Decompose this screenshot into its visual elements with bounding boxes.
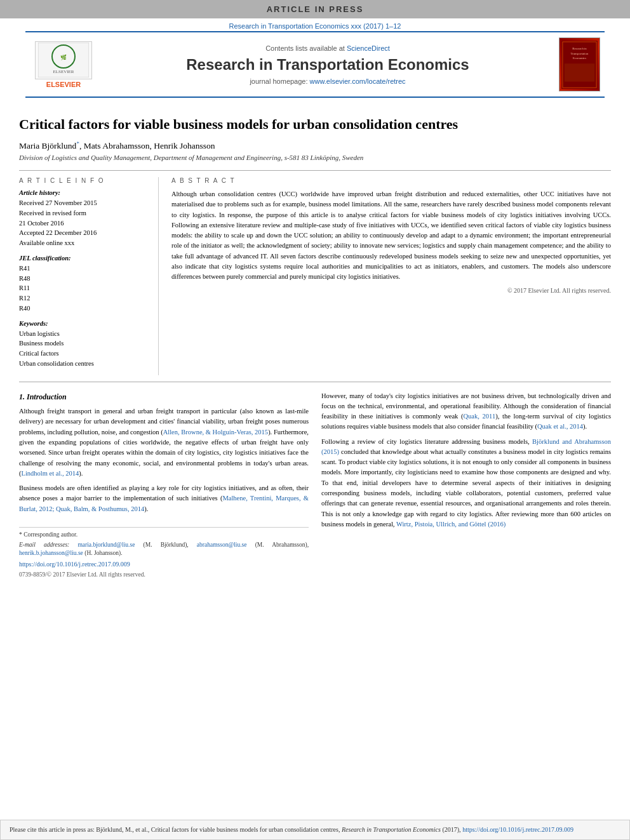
ref-malhene-link[interactable]: Malhene, Trentini, Marques, & Burlat, 20… <box>19 495 309 512</box>
revised-text: Received in revised form <box>19 208 149 218</box>
keywords-section: Keywords: Urban logistics Business model… <box>19 320 149 369</box>
accepted-text: Accepted 22 December 2016 <box>19 228 149 238</box>
jel-r40: R40 <box>19 303 149 314</box>
ref-allen-link[interactable]: Allen, Browne, & Holguín-Veras, 2015 <box>163 429 268 436</box>
body-left-column: 1. Introduction Although freight transpo… <box>19 391 309 581</box>
abstract-text: Although urban consolidation centres (UC… <box>171 189 611 282</box>
jel-r48: R48 <box>19 274 149 284</box>
received-text: Received 27 November 2015 <box>19 198 149 208</box>
journal-title-block: Contents lists available at ScienceDirec… <box>102 44 554 85</box>
body-col2-p2: Following a review of city logistics lit… <box>321 437 611 530</box>
article-info-label: A R T I C L E I N F O <box>19 177 149 184</box>
copyright-line: © 2017 Elsevier Ltd. All rights reserved… <box>171 287 611 294</box>
keyword-3: Critical factors <box>19 349 149 359</box>
contents-label: Contents lists available at <box>265 44 345 52</box>
email3-link[interactable]: henrik.b.johansson@liu.se <box>19 550 83 556</box>
main-content: Critical factors for viable business mod… <box>0 98 630 813</box>
available-text: Available online xxx <box>19 238 149 248</box>
issn-line: 0739-8859/© 2017 Elsevier Ltd. All right… <box>19 571 309 579</box>
email1-name: (M. Björklund), <box>144 542 197 548</box>
cite-journal: Research in Transportation Economics <box>342 826 441 833</box>
cite-text: Please cite this article in press as: Bj… <box>10 826 573 833</box>
journal-header: 🌿 ELSEVIER ELSEVIER Contents lists avail… <box>25 31 605 98</box>
email-label: E-mail addresses: <box>19 542 69 548</box>
doi-line: https://doi.org/10.1016/j.retrec.2017.09… <box>19 560 309 569</box>
email-line: E-mail addresses: maria.bjorklund@liu.se… <box>19 541 309 558</box>
jel-r41: R41 <box>19 263 149 274</box>
cite-doi-link[interactable]: https://doi.org/10.1016/j.retrec.2017.09… <box>462 826 573 833</box>
svg-text:Economics: Economics <box>572 57 586 60</box>
authors-text: Maria Björklund*, Mats Abrahamsson, Henr… <box>19 141 215 150</box>
homepage-link[interactable]: www.elsevier.com/locate/retrec <box>310 77 406 85</box>
elsevier-label: ELSEVIER <box>46 81 81 88</box>
email1-link[interactable]: maria.bjorklund@liu.se <box>77 542 135 548</box>
revised-date-text: 21 October 2016 <box>19 218 149 229</box>
elsevier-logo-block: 🌿 ELSEVIER ELSEVIER <box>25 41 102 88</box>
keywords-label: Keywords: <box>19 320 149 327</box>
jel-classification: JEL classification: R41 R48 R11 R12 R40 <box>19 255 149 314</box>
ref-quak2011-link[interactable]: Quak, 2011 <box>464 413 496 420</box>
svg-text:Transportation: Transportation <box>570 51 588 55</box>
section1-heading: 1. Introduction <box>19 391 309 403</box>
ref-quak2014-link[interactable]: Quak et al., 2014 <box>537 423 583 430</box>
journal-title-main: Research in Transportation Economics <box>108 56 547 74</box>
authors: Maria Björklund*, Mats Abrahamsson, Henr… <box>19 140 611 152</box>
citation-box: Please cite this article in press as: Bj… <box>0 820 630 841</box>
article-history: Article history: Received 27 November 20… <box>19 189 149 248</box>
elsevier-logo-image: 🌿 ELSEVIER <box>35 41 92 79</box>
affiliation: Division of Logistics and Quality Manage… <box>19 154 611 161</box>
svg-rect-9 <box>564 63 594 82</box>
keyword-2: Business models <box>19 338 149 349</box>
jel-r11: R11 <box>19 283 149 293</box>
doi-link[interactable]: https://doi.org/10.1016/j.retrec.2017.09… <box>19 561 130 568</box>
email2-link[interactable]: abrahamsson@liu.se <box>197 542 247 548</box>
abstract-label: A B S T R A C T <box>171 177 611 184</box>
journal-reference-text: Research in Transportation Economics xxx… <box>229 22 401 30</box>
article-info: A R T I C L E I N F O Article history: R… <box>19 177 159 375</box>
ref-lindholm-link[interactable]: Lindholm et al., 2014 <box>22 470 79 477</box>
svg-text:ELSEVIER: ELSEVIER <box>53 69 74 74</box>
body-col2-p1: However, many of today's city logistics … <box>321 391 611 432</box>
aip-banner-text: ARTICLE IN PRESS <box>267 4 364 14</box>
ref-wirtz-link[interactable]: Wirtz, Pistoia, Ullrich, and Göttel (201… <box>396 521 506 528</box>
info-abstract-section: A R T I C L E I N F O Article history: R… <box>19 170 611 382</box>
body-columns: 1. Introduction Although freight transpo… <box>19 391 611 581</box>
article-title: Critical factors for viable business mod… <box>19 116 611 134</box>
journal-cover-image: Research in Transportation Economics <box>559 37 600 91</box>
jel-r12: R12 <box>19 293 149 303</box>
sciencedirect-link[interactable]: ScienceDirect <box>347 44 390 52</box>
keyword-1: Urban logistics <box>19 329 149 339</box>
body-right-column: However, many of today's city logistics … <box>321 391 611 581</box>
abstract-block: A B S T R A C T Although urban consolida… <box>159 177 611 375</box>
contents-line: Contents lists available at ScienceDirec… <box>108 44 547 52</box>
homepage-label: journal homepage: <box>250 77 307 85</box>
email2-name: (M. Abrahamsson), <box>255 542 309 548</box>
journal-reference: Research in Transportation Economics xxx… <box>0 18 630 31</box>
jel-label: JEL classification: <box>19 255 149 262</box>
history-label: Article history: <box>19 189 149 196</box>
keyword-4: Urban consolidation centres <box>19 359 149 369</box>
journal-cover: Research in Transportation Economics <box>554 37 605 91</box>
email3-name: (H. Johansson). <box>84 550 122 556</box>
aip-banner: ARTICLE IN PRESS <box>0 0 630 18</box>
svg-text:Research in: Research in <box>572 47 587 50</box>
body-col1-p2: Business models are often identified as … <box>19 483 309 514</box>
svg-text:🌿: 🌿 <box>60 54 67 60</box>
body-col1-p1: Although freight transport in general an… <box>19 406 309 479</box>
journal-homepage: journal homepage: www.elsevier.com/locat… <box>108 77 547 85</box>
ref-bjorklund-link[interactable]: Björklund and Abrahamsson (2015) <box>321 438 611 455</box>
corresponding-note: * Corresponding author. <box>19 531 309 539</box>
page: ARTICLE IN PRESS Research in Transportat… <box>0 0 630 840</box>
footnote-area: * Corresponding author. E-mail addresses… <box>19 527 309 579</box>
